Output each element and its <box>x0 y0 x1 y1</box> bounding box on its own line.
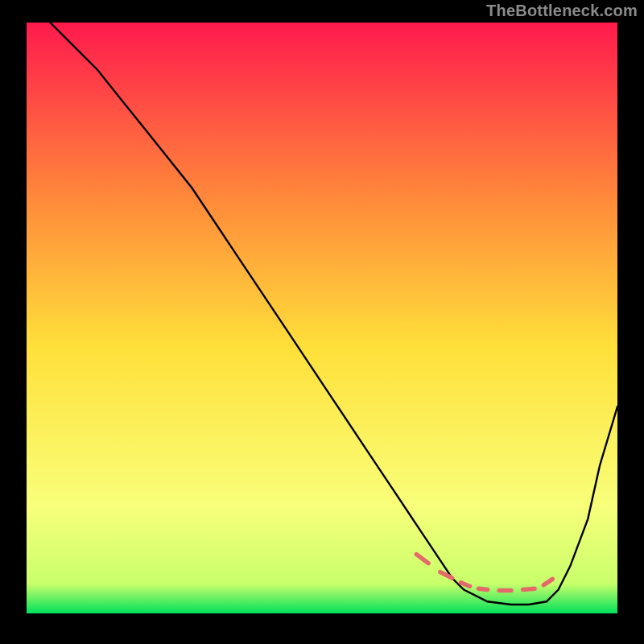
dash-piece <box>523 588 535 589</box>
plot-gradient-background <box>27 23 617 613</box>
chart-svg <box>0 0 644 644</box>
watermark-text: TheBottleneck.com <box>486 2 638 20</box>
chart-frame: TheBottleneck.com <box>0 0 644 644</box>
dash-piece <box>479 588 488 589</box>
